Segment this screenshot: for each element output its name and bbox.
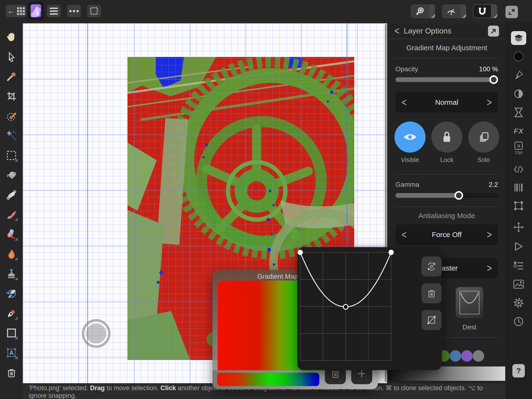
gauge-split-button[interactable] [442,4,466,18]
fx-studio-button[interactable]: FX [513,126,524,136]
channels-studio-button[interactable] [513,182,524,193]
swatch-blue[interactable] [450,350,461,362]
antialiasing-value: Force Off [395,231,498,239]
fullscreen-button[interactable] [506,6,518,18]
dest-curve-preview [460,291,479,314]
detach-panel-button[interactable] [488,25,499,37]
app-button[interactable] [28,2,44,20]
curve-linear-button[interactable] [421,310,442,330]
blend-mode-stepper[interactable]: < Normal > [395,92,498,113]
curves-popover [297,247,442,370]
gamma-label: Gamma [395,181,419,189]
antialiasing-stepper[interactable]: < Force Off > [395,224,498,245]
opacity-slider[interactable] [395,77,498,82]
gamma-slider-knob[interactable] [455,191,463,200]
hand-icon [6,31,17,43]
transform-studio-button[interactable] [513,200,524,211]
settings-studio-button[interactable] [513,298,524,308]
selection-brush-tool-button[interactable] [5,109,18,123]
lock-toggle[interactable] [431,121,462,153]
divider [395,206,499,207]
clone-stamp-tool-button[interactable] [5,267,18,281]
selection-mode-button[interactable] [87,5,101,17]
expand-icon [508,8,515,16]
adjustments-studio-button[interactable] [513,89,524,99]
back-to-documents-button[interactable]: ← [6,5,26,17]
gradient-tool-button[interactable] [5,188,18,202]
gauge-flyout[interactable] [461,4,466,18]
zoom-flyout[interactable] [429,4,435,18]
stack-studio-button[interactable] [513,260,524,271]
layers-studio-button[interactable] [511,31,526,45]
dest-curve-thumbnail[interactable] [456,287,483,318]
swatch-purple[interactable] [461,350,473,362]
curve-delete-button[interactable] [421,283,442,303]
solo-toggle[interactable] [468,121,499,153]
bars-icon [513,183,524,192]
delete-tool-button[interactable] [5,366,18,379]
back-chevron-icon[interactable]: < [394,25,399,37]
vector-pen-tool-button[interactable] [5,307,18,320]
rectangle-tool-button[interactable] [5,326,18,340]
opacity-slider-knob[interactable] [489,75,498,84]
opacity-value: 100 % [479,65,498,73]
swatch-gray[interactable] [473,350,484,362]
eye-icon [403,132,418,142]
flood-select-tool-button[interactable] [5,129,18,142]
blend-next-icon[interactable]: > [487,96,492,109]
more-button[interactable] [67,5,81,17]
divider [395,58,499,59]
typography-studio-button[interactable]: a 12pt [513,143,524,154]
color-swatch-icon [513,51,524,62]
navigator-studio-button[interactable] [513,222,524,233]
flood-fill-tool-button[interactable] [5,168,18,182]
adjustment-title: Gradient Map Adjustment [388,44,505,52]
curve-node-left[interactable] [298,250,303,255]
panel-header: < Layer Options [388,23,505,39]
status-line-2: ignore snapping. [29,392,505,399]
marquee-icon [90,7,98,15]
refresh-gear-icon [426,261,437,272]
help-button[interactable]: ? [512,364,525,377]
hand-tool-button[interactable] [5,30,18,44]
app-screen: ← [0,0,532,399]
crop-tool-button[interactable] [5,89,18,103]
marquee-tool-button[interactable] [5,149,18,162]
undo-brush-tool-button[interactable] [5,287,18,300]
curve-node-right[interactable] [388,250,394,255]
touch-cursor[interactable] [82,319,111,348]
plus-icon [357,369,366,378]
color-studio-button[interactable] [513,51,524,62]
lock-label: Lock [428,156,466,164]
menu-button[interactable] [47,5,61,17]
snapping-flyout[interactable] [492,4,497,18]
top-toolbar: ← [0,0,532,22]
brushes-studio-button[interactable] [513,70,524,80]
curve-editor[interactable] [297,247,442,370]
erase-brush-tool-button[interactable] [5,228,18,241]
aa-next-icon[interactable]: > [487,228,492,241]
gamma-value: 2.2 [489,181,498,189]
color-picker-tool-button[interactable] [5,70,18,83]
ellipsis-icon [69,10,79,12]
history-studio-button[interactable] [513,316,524,327]
zoom-split-button[interactable] [411,4,435,18]
visible-toggle[interactable] [394,121,425,153]
channel-next-icon[interactable]: > [487,262,492,275]
liquify-studio-button[interactable] [513,107,524,118]
play-studio-button[interactable] [513,241,524,252]
code-brackets-icon [513,165,524,174]
dodge-burn-tool-button[interactable] [5,247,18,261]
sources-studio-button[interactable] [513,164,524,175]
gamma-slider[interactable] [395,193,498,198]
back-arrow-icon: ← [7,7,15,15]
gradient-stops-bar[interactable] [217,373,319,386]
move-tool-button[interactable] [5,50,18,64]
paint-brush-tool-button[interactable] [5,208,18,221]
text-tool-button[interactable]: A [5,346,18,360]
snapping-split-button[interactable] [473,4,497,18]
curve-node-selected[interactable] [343,304,348,309]
curve-reset-button[interactable] [421,256,442,277]
hamburger-icon [50,8,58,15]
media-studio-button[interactable] [513,279,524,289]
